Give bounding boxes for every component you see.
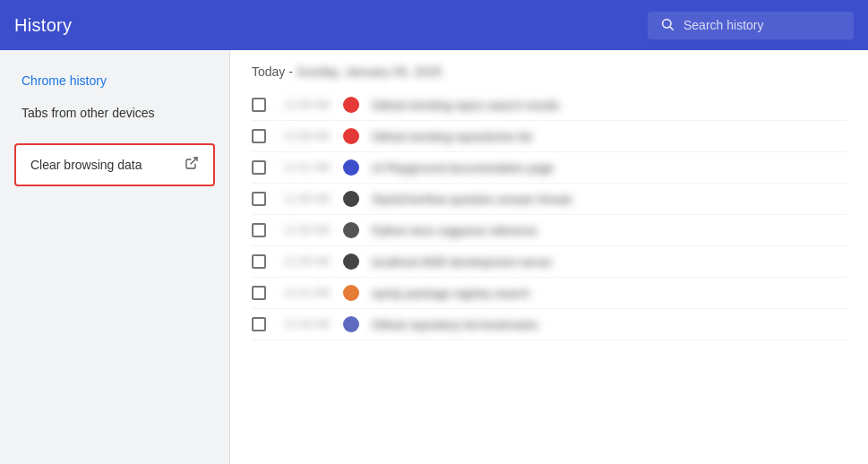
- history-item-time: 11:38 AM: [284, 193, 331, 205]
- history-item-time: 11:18 AM: [284, 318, 331, 331]
- svg-point-0: [663, 19, 671, 27]
- history-item-checkbox[interactable]: [252, 254, 266, 269]
- table-row[interactable]: 11:35 AM Python docs argparse reference: [252, 215, 847, 246]
- favicon-icon: [343, 253, 359, 270]
- svg-line-1: [670, 27, 674, 30]
- search-icon: [660, 17, 675, 34]
- table-row[interactable]: 11:29 AM localhost:3000 development serv…: [252, 246, 847, 278]
- history-item-title: AI Playground documentation page: [372, 161, 847, 175]
- sidebar-item-tabs-other-devices[interactable]: Tabs from other devices: [0, 97, 229, 129]
- history-item-title: Github trending repos search results: [372, 99, 847, 112]
- history-item-checkbox[interactable]: [252, 98, 266, 112]
- history-item-title: StackOverflow question answer thread: [372, 193, 847, 206]
- history-item-title: localhost:3000 development server: [372, 255, 847, 269]
- history-item-checkbox[interactable]: [252, 192, 266, 206]
- table-row[interactable]: 11:18 AM Github repository list bookmark…: [252, 309, 847, 340]
- history-item-time: 11:59 AM: [284, 99, 331, 111]
- history-item-time: 11:41 AM: [284, 161, 331, 174]
- history-item-time: 11:58 AM: [284, 130, 331, 142]
- table-row[interactable]: 11:38 AM StackOverflow question answer t…: [252, 184, 847, 215]
- favicon-icon: [343, 128, 359, 144]
- main-layout: Chrome history Tabs from other devices C…: [0, 50, 868, 464]
- app-header: History Search history: [0, 0, 868, 50]
- table-row[interactable]: 11:58 AM Github trending repositories li…: [252, 121, 847, 152]
- favicon-icon: [343, 316, 359, 332]
- page-title: History: [14, 15, 72, 36]
- clear-browsing-data-button[interactable]: Clear browsing data: [14, 143, 215, 186]
- favicon-icon: [343, 97, 359, 113]
- clear-browsing-data-label: Clear browsing data: [30, 158, 142, 172]
- history-item-title: Github repository list bookmarks: [372, 318, 847, 331]
- favicon-icon: [343, 285, 359, 301]
- favicon-icon: [343, 159, 359, 176]
- sidebar-item-chrome-history[interactable]: Chrome history: [0, 64, 229, 97]
- history-list: 11:59 AM Github trending repos search re…: [252, 90, 847, 340]
- history-item-title: Github trending repositories list: [372, 130, 847, 143]
- svg-line-2: [191, 158, 197, 164]
- search-bar[interactable]: Search history: [648, 12, 854, 39]
- history-item-time: 11:21 AM: [284, 287, 331, 299]
- favicon-icon: [343, 222, 359, 238]
- external-link-icon: [185, 156, 199, 174]
- history-item-checkbox[interactable]: [252, 317, 266, 331]
- history-item-checkbox[interactable]: [252, 286, 266, 300]
- table-row[interactable]: 11:21 AM npmjs package registry search: [252, 278, 847, 309]
- table-row[interactable]: 11:41 AM AI Playground documentation pag…: [252, 152, 847, 184]
- history-item-checkbox[interactable]: [252, 129, 266, 143]
- history-item-checkbox[interactable]: [252, 160, 266, 175]
- history-item-time: 11:29 AM: [284, 255, 331, 268]
- favicon-icon: [343, 191, 359, 207]
- history-item-title: Python docs argparse reference: [372, 224, 847, 237]
- date-header: Today - Sunday, January 05, 2025: [252, 64, 847, 79]
- sidebar: Chrome history Tabs from other devices C…: [0, 50, 229, 464]
- history-item-checkbox[interactable]: [252, 223, 266, 237]
- history-item-title: npmjs package registry search: [372, 287, 847, 300]
- history-item-time: 11:35 AM: [284, 224, 331, 236]
- table-row[interactable]: 11:59 AM Github trending repos search re…: [252, 90, 847, 121]
- history-content: Today - Sunday, January 05, 2025 11:59 A…: [230, 50, 868, 464]
- search-placeholder: Search history: [683, 18, 763, 32]
